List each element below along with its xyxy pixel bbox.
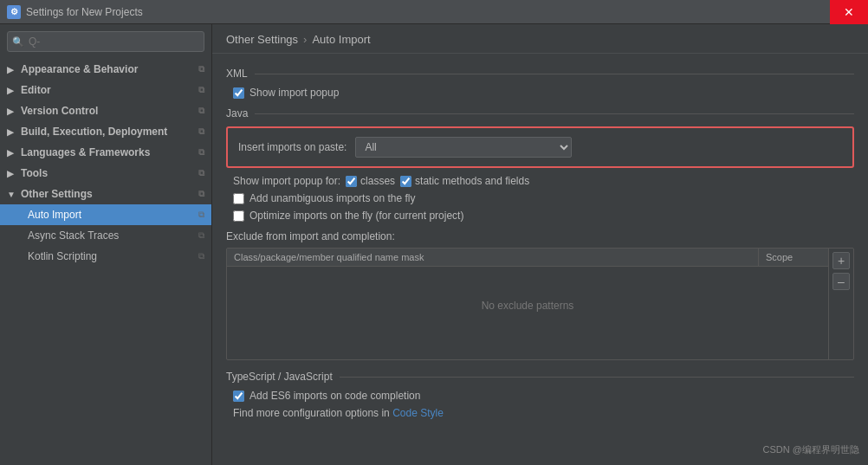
xml-show-import-popup-label: Show import popup xyxy=(249,87,339,99)
content-area: Other Settings › Auto Import XML Show im… xyxy=(212,24,868,465)
external-icon: ⧉ xyxy=(198,147,204,158)
remove-exclude-button[interactable]: – xyxy=(832,273,850,290)
optimize-imports-checkbox[interactable] xyxy=(233,210,244,222)
typescript-section: TypeScript / JavaScript Add ES6 imports … xyxy=(226,371,854,419)
expand-arrow: ▶ xyxy=(7,65,17,74)
external-icon: ⧉ xyxy=(198,85,204,95)
typescript-section-label: TypeScript / JavaScript xyxy=(226,371,854,383)
insert-imports-row: Insert imports on paste: All Ask None xyxy=(238,137,842,158)
external-icon: ⧉ xyxy=(198,126,204,137)
titlebar: ⚙ Settings for New Projects ✕ xyxy=(0,0,868,24)
expand-arrow: ▶ xyxy=(7,107,17,116)
search-icon: 🔍 xyxy=(12,36,24,48)
classes-label: classes xyxy=(360,175,395,187)
static-methods-checkbox[interactable] xyxy=(400,176,411,187)
expand-arrow: ▼ xyxy=(7,190,17,199)
add-unambiguous-label: Add unambiguous imports on the fly xyxy=(249,192,415,204)
sidebar-item-languages[interactable]: ▶ Languages & Frameworks ⧉ xyxy=(0,142,211,163)
add-unambiguous-checkbox[interactable] xyxy=(233,193,244,204)
show-import-popup-row: Show import popup for: classes static me… xyxy=(226,175,854,187)
sidebar-item-other-settings[interactable]: ▼ Other Settings ⧉ xyxy=(0,184,211,204)
xml-show-import-popup-checkbox[interactable] xyxy=(233,87,244,99)
sidebar-item-build[interactable]: ▶ Build, Execution, Deployment ⧉ xyxy=(0,121,211,142)
exclude-empty-message: No exclude patterns xyxy=(227,267,828,345)
exclude-col-name-header: Class/package/member qualified name mask xyxy=(227,249,759,266)
sidebar-item-editor[interactable]: ▶ Editor ⧉ xyxy=(0,80,211,100)
search-box: 🔍 xyxy=(7,31,204,52)
sidebar-item-tools[interactable]: ▶ Tools ⧉ xyxy=(0,163,211,184)
find-more-row: Find more configuration options in Code … xyxy=(226,407,854,419)
optimize-imports-label: Optimize imports on the fly (for current… xyxy=(249,210,463,222)
code-style-link[interactable]: Code Style xyxy=(392,407,444,419)
show-import-popup-label: Show import popup for: xyxy=(233,175,340,187)
external-icon: ⧉ xyxy=(198,210,204,220)
external-icon: ⧉ xyxy=(198,189,204,199)
content-body: XML Show import popup Java Insert import… xyxy=(212,54,868,465)
expand-arrow: ▶ xyxy=(7,148,17,158)
sidebar-item-async-stack[interactable]: Async Stack Traces ⧉ xyxy=(0,225,211,246)
breadcrumb-parent: Other Settings xyxy=(226,33,298,46)
exclude-table-container: Class/package/member qualified name mask… xyxy=(226,248,854,360)
add-exclude-button[interactable]: + xyxy=(832,252,850,269)
external-icon: ⧉ xyxy=(198,64,204,74)
add-es6-checkbox[interactable] xyxy=(233,391,244,402)
exclude-section: Exclude from import and completion: Clas… xyxy=(226,230,854,360)
classes-checkbox[interactable] xyxy=(346,176,357,187)
xml-section-label: XML xyxy=(226,68,854,80)
sidebar: 🔍 ▶ Appearance & Behavior ⧉ ▶ Editor ⧉ ▶… xyxy=(0,24,212,465)
external-icon: ⧉ xyxy=(198,168,204,178)
sidebar-nav: ▶ Appearance & Behavior ⧉ ▶ Editor ⧉ ▶ V… xyxy=(0,59,211,465)
static-methods-label: static methods and fields xyxy=(415,175,529,187)
app-icon: ⚙ xyxy=(7,5,21,19)
window-title: Settings for New Projects xyxy=(26,6,143,18)
insert-imports-label: Insert imports on paste: xyxy=(238,141,347,153)
sidebar-item-auto-import[interactable]: Auto Import ⧉ xyxy=(0,204,211,225)
exclude-actions: + – xyxy=(828,249,853,359)
xml-show-import-popup-row: Show import popup xyxy=(226,87,854,99)
expand-arrow: ▶ xyxy=(7,86,17,95)
java-box: Insert imports on paste: All Ask None xyxy=(226,126,854,168)
close-button[interactable]: ✕ xyxy=(830,0,868,24)
breadcrumb-current: Auto Import xyxy=(312,33,370,46)
add-unambiguous-row: Add unambiguous imports on the fly xyxy=(226,192,854,204)
exclude-label: Exclude from import and completion: xyxy=(226,230,854,242)
add-es6-row: Add ES6 imports on code completion xyxy=(226,390,854,402)
sidebar-item-kotlin-scripting[interactable]: Kotlin Scripting ⧉ xyxy=(0,246,211,267)
exclude-table: Class/package/member qualified name mask… xyxy=(227,249,828,359)
insert-imports-select[interactable]: All Ask None xyxy=(355,137,572,158)
classes-checkbox-group: classes xyxy=(346,175,395,187)
external-icon: ⧉ xyxy=(198,230,204,241)
watermark: CSDN @编程界明世隐 xyxy=(763,443,859,456)
breadcrumb: Other Settings › Auto Import xyxy=(212,24,868,54)
expand-arrow: ▶ xyxy=(7,169,17,178)
exclude-col-scope-header: Scope xyxy=(759,249,828,266)
static-methods-checkbox-group: static methods and fields xyxy=(400,175,529,187)
breadcrumb-separator: › xyxy=(303,33,307,46)
sidebar-item-version-control[interactable]: ▶ Version Control ⧉ xyxy=(0,100,211,121)
exclude-table-header: Class/package/member qualified name mask… xyxy=(227,249,828,267)
java-section-label: Java xyxy=(226,107,854,119)
search-input[interactable] xyxy=(7,31,204,52)
external-icon: ⧉ xyxy=(198,106,204,116)
main-container: 🔍 ▶ Appearance & Behavior ⧉ ▶ Editor ⧉ ▶… xyxy=(0,24,868,465)
add-es6-label: Add ES6 imports on code completion xyxy=(249,390,420,402)
expand-arrow: ▶ xyxy=(7,127,17,137)
optimize-imports-row: Optimize imports on the fly (for current… xyxy=(226,210,854,222)
external-icon: ⧉ xyxy=(198,251,204,262)
sidebar-item-appearance[interactable]: ▶ Appearance & Behavior ⧉ xyxy=(0,59,211,80)
find-more-text: Find more configuration options in xyxy=(233,407,390,419)
